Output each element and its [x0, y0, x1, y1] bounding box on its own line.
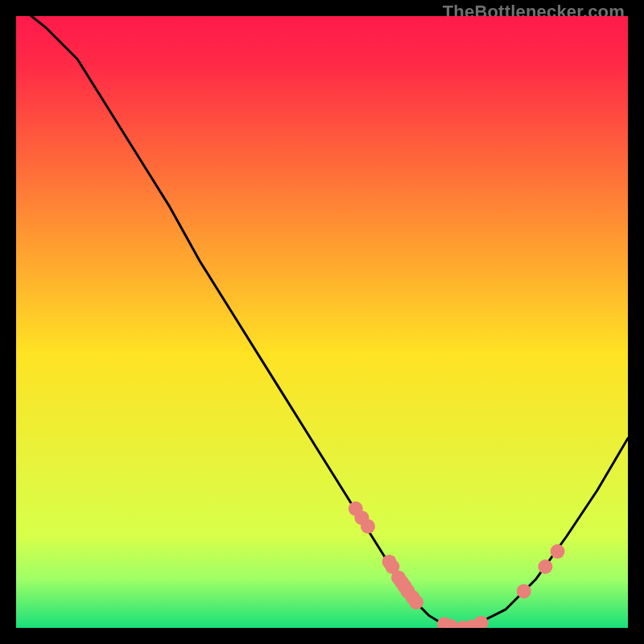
curve-marker — [409, 595, 423, 609]
curve-marker — [517, 584, 531, 598]
curve-marker — [361, 519, 375, 534]
bottleneck-chart — [16, 16, 628, 628]
chart-frame — [16, 16, 628, 628]
curve-marker — [538, 559, 552, 574]
curve-marker — [551, 544, 565, 559]
